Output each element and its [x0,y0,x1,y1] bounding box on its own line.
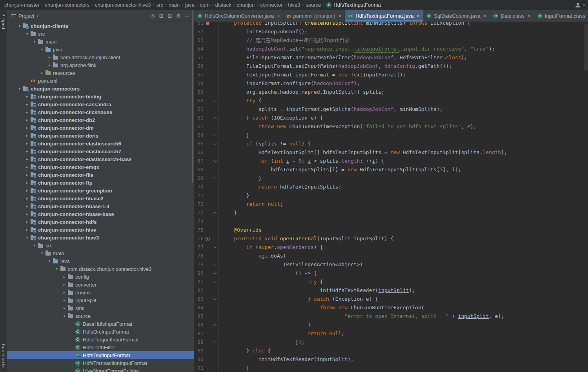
breadcrumb-item-chunjun[interactable]: chunjun [236,2,256,8]
fold-close-icon[interactable] [211,174,218,183]
chevron-down-icon[interactable]: ▾ [39,251,45,255]
chevron-right-icon[interactable]: ▸ [62,283,67,287]
tree-item-hdfspathfilter[interactable]: CHdfsPathFilter [7,343,194,351]
breadcrumb-item-java[interactable]: java [184,2,196,8]
breadcrumb-item-source[interactable]: source [304,2,322,8]
chevron-right-icon[interactable]: ▸ [24,126,30,130]
fold-open-icon[interactable] [211,243,218,252]
tree-item-java[interactable]: ▾java [7,45,194,53]
fold-open-icon[interactable] [211,157,218,165]
tree-item-source[interactable]: ▾source [7,312,194,320]
breadcrumb-item-main[interactable]: main [167,2,181,8]
tree-item-resources[interactable]: ▸resources [7,69,194,77]
code-editor[interactable]: 51 protected InputSplit[] createHdfsSpli… [194,22,588,372]
tree-item-chunjun-connector-binlog[interactable]: ▸chunjun-connector-binlog [7,93,194,100]
chevron-down-icon[interactable]: ▾ [54,267,60,271]
chevron-down-icon[interactable]: ▾ [39,47,45,51]
tree-item-chunjun-connector-hdfs[interactable]: ▸chunjun-connector-hdfs [7,218,194,226]
chevron-right-icon[interactable]: ▸ [24,189,30,192]
tree-item-chunjun-connectors[interactable]: ▾chunjun-connectors [7,85,194,93]
chevron-down-icon[interactable]: ▾ [32,40,37,44]
tree-item-chunjun-connector-db2[interactable]: ▸chunjun-connector-db2 [7,116,194,124]
chevron-down-icon[interactable]: ▾ [47,259,52,263]
tree-item-chunjun-connector-hbase-1-4[interactable]: ▸chunjun-connector-hbase-1.4 [7,202,194,210]
tree-item-chunjun-connector-elasticsearch7[interactable]: ▸chunjun-connector-elasticsearch7 [7,147,194,155]
fold-close-icon[interactable] [211,209,218,217]
tree-item-chunjun-connector-elasticsearch6[interactable]: ▸chunjun-connector-elasticsearch6 [7,140,194,147]
close-icon[interactable]: × [277,13,280,19]
tree-item-chunjun-connector-hbase2[interactable]: ▸chunjun-connector-hbase2 [7,194,194,202]
breadcrumb-item-chunjun-connector-hive3[interactable]: chunjun-connector-hive3 [94,2,152,8]
tree-item-pom-xml[interactable]: mpom.xml [7,77,194,85]
user-menu-caret-icon[interactable]: ▾ [583,3,585,7]
project-tree-scrollbar[interactable] [192,10,193,183]
tree-item-src[interactable]: ▾src [7,30,194,38]
breadcrumb-item-chunjun-connectors[interactable]: chunjun-connectors [44,2,91,8]
tool-window-button-bookmarks[interactable]: Bookmarks [1,344,6,369]
chevron-right-icon[interactable]: ▸ [24,102,30,106]
tree-item-chunjun-connector-hbase-base[interactable]: ▸chunjun-connector-hbase-base [7,210,194,218]
chevron-right-icon[interactable]: ▸ [24,157,30,161]
chevron-right-icon[interactable]: ▸ [47,63,52,67]
tree-item-chunjun-clients[interactable]: ▾chunjun-clients [7,22,194,30]
close-icon[interactable]: × [339,13,342,19]
chevron-down-icon[interactable]: ▾ [24,32,30,36]
chevron-right-icon[interactable]: ▸ [24,204,30,208]
tree-item-org-apache-flink[interactable]: ▸org.apache.flink [7,61,194,69]
editor-tab-pom-xml[interactable]: mpom.xml(chunjun)× [284,10,345,22]
tree-item-hdfstransactioninputformat[interactable]: CHdfsTransactionInputFormat [7,359,194,367]
close-icon[interactable]: × [417,13,420,19]
tree-item-main[interactable]: ▾main [7,249,194,257]
tree-item-chunjun-connector-elasticsearch-base[interactable]: ▸chunjun-connector-elasticsearch-base [7,155,194,163]
tree-item-com-dtstack-chunjun-connector-hive3[interactable]: ▾com.dtstack.chunjun.connector.hive3 [7,265,194,273]
chevron-right-icon[interactable]: ▸ [62,306,67,310]
chevron-right-icon[interactable]: ▸ [24,181,30,185]
editor-tab-sqldatecolumn-java[interactable]: CSqlDateColumn.java× [423,10,490,22]
breadcrumb-item-chunjun-master[interactable]: chunjun-master [3,2,41,8]
tree-item-basehdfsinputformat[interactable]: CBaseHdfsInputFormat [7,320,194,328]
tree-item-hive3inputformatbuilder[interactable]: CHive3InputFormatBuilder [7,367,194,372]
chevron-right-icon[interactable]: ▸ [62,290,67,294]
editor-scrollbar[interactable] [584,24,588,71]
chevron-right-icon[interactable]: ▸ [24,118,30,122]
expand-all-button[interactable]: ⊞ [157,12,166,20]
chevron-right-icon[interactable]: ▸ [24,110,30,114]
tree-item-sink[interactable]: ▸sink [7,304,194,312]
tool-window-button-project[interactable]: Project [1,13,6,29]
chevron-right-icon[interactable]: ▸ [24,173,30,177]
chevron-right-icon[interactable]: ▸ [47,55,52,59]
fold-open-icon[interactable] [211,278,218,286]
tree-item-chunjun-connector-emqx[interactable]: ▸chunjun-connector-emqx [7,163,194,171]
chevron-right-icon[interactable]: ▸ [24,142,30,145]
fold-open-icon[interactable] [211,269,218,278]
tree-item-chunjun-connector-cassandra[interactable]: ▸chunjun-connector-cassandra [7,100,194,108]
editor-tab-inputformat-class[interactable]: CInputFormat.class× [534,10,588,22]
project-view-selector[interactable]: Project ▾ [9,12,40,20]
override-marker-icon[interactable]: ↑ [204,234,211,243]
locate-file-button[interactable]: ◎ [148,12,157,20]
chevron-right-icon[interactable]: ▸ [24,220,30,224]
tree-item-enums[interactable]: ▸enums [7,289,194,296]
tree-item-inputsplit[interactable]: ▸inputSplit [7,296,194,304]
editor-tab-date-class[interactable]: CDate.class× [490,10,534,22]
fold-close-icon[interactable] [211,131,218,140]
breadcrumb-item-hdfstextinputformat[interactable]: CHdfsTextInputFormat [325,2,382,8]
breadcrumb-item-src[interactable]: src [155,2,164,8]
chevron-right-icon[interactable]: ▸ [39,71,45,75]
chevron-right-icon[interactable]: ▸ [62,298,67,302]
settings-gear-icon[interactable]: ⚙ [174,12,183,20]
user-icon[interactable] [574,2,581,9]
fold-open-icon[interactable] [211,260,218,269]
chevron-right-icon[interactable]: ▸ [24,94,30,98]
tree-item-main[interactable]: ▾main [7,38,194,45]
tree-item-hdfstextinputformat[interactable]: CHdfsTextInputFormat [7,351,194,359]
hide-panel-button[interactable]: ─ [183,12,191,20]
tree-item-chunjun-connector-hive[interactable]: ▸chunjun-connector-hive [7,226,194,234]
tree-item-chunjun-connector-file[interactable]: ▸chunjun-connector-file [7,171,194,179]
chevron-down-icon[interactable]: ▾ [17,24,22,28]
fold-close-icon[interactable] [211,114,218,122]
chevron-down-icon[interactable]: ▾ [17,87,22,91]
chevron-down-icon[interactable]: ▾ [24,236,30,240]
tree-item-chunjun-connector-ftp[interactable]: ▸chunjun-connector-ftp [7,179,194,187]
breadcrumb-item-dtstack[interactable]: dtstack [214,2,232,8]
